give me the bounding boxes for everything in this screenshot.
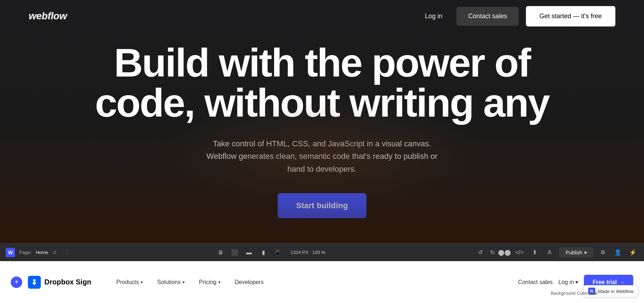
products-chevron: ▾: [141, 280, 143, 285]
nav-link-developers[interactable]: Developers: [228, 279, 271, 285]
toolbar-left: W Page: Home ↺ ⋮: [6, 248, 70, 257]
viewport-mobile-btn[interactable]: ▮: [258, 247, 269, 258]
get-started-button[interactable]: Get started — it's free: [526, 6, 616, 26]
export-button[interactable]: ⬆: [529, 247, 540, 258]
viewport-phone-btn[interactable]: 📱: [272, 247, 283, 258]
bg-color-indicator: Background Color Clot: [551, 290, 597, 296]
dropbox-logo: [28, 276, 41, 289]
zoom-level: 100 %: [312, 250, 326, 255]
nav-link-pricing[interactable]: Pricing ▾: [192, 279, 228, 285]
bottom-nav-links: Products ▾ Solutions ▾ Pricing ▾ Develop…: [109, 279, 518, 285]
toolbar-right: ↺ ↻ ⬤⬤ </> ⬆ A Publish ▾ ⚙ 👤 ⚡: [475, 247, 638, 258]
hero-subtitle: Take control of HTML, CSS, and JavaScrip…: [200, 137, 444, 175]
viewport-tablet-btn[interactable]: ⬛: [229, 247, 240, 258]
toolbar-page-label: Page:: [19, 250, 31, 255]
nav-logo[interactable]: webflow: [29, 10, 67, 22]
toolbar-page-name[interactable]: Home: [36, 250, 48, 255]
typography-button[interactable]: A: [544, 247, 555, 258]
developers-label: Developers: [235, 279, 264, 285]
hero-title: Build with the power of code, without wr…: [95, 43, 549, 123]
made-in-webflow-label: Made in Webflow: [598, 289, 634, 294]
login-button[interactable]: Log in: [418, 8, 449, 24]
publish-label: Publish: [566, 250, 582, 255]
hero-title-line2: code, without writing any: [95, 80, 549, 125]
webflow-w-icon[interactable]: W: [6, 248, 15, 257]
pricing-label: Pricing: [199, 279, 216, 285]
publish-button[interactable]: Publish ▾: [559, 248, 593, 258]
solutions-label: Solutions: [157, 279, 181, 285]
viewport-tablet-portrait-btn[interactable]: ▬: [243, 247, 255, 258]
add-element-button[interactable]: +: [11, 277, 22, 288]
undo-button[interactable]: ↺: [475, 247, 486, 258]
refresh-icon[interactable]: ↺: [53, 250, 57, 255]
lightning-button[interactable]: ⚡: [628, 247, 638, 258]
settings-button[interactable]: ⚙: [597, 247, 608, 258]
hero-title-line1: Build with the power of: [114, 40, 530, 85]
brand-name: Dropbox Sign: [44, 278, 91, 286]
dropbox-logo-icon: [31, 279, 38, 286]
free-trial-label: Free trial: [592, 279, 617, 285]
viewport-desktop-btn[interactable]: 🖥: [215, 247, 226, 258]
nav-right: Log in Contact sales Get started — it's …: [418, 6, 615, 26]
toolbar-center: 🖥 ⬛ ▬ ▮ 📱 1324 PX 100 %: [215, 247, 330, 258]
viewport-width: 1324 PX: [291, 250, 308, 255]
products-label: Products: [116, 279, 139, 285]
toolbar-more-icon[interactable]: ⋮: [64, 249, 70, 256]
undo-redo-group: ↺ ↻ ⬤⬤: [475, 247, 510, 258]
start-building-button[interactable]: Start building: [278, 193, 367, 218]
hero-section: webflow Log in Contact sales Get started…: [0, 0, 644, 243]
more-options-button[interactable]: ⬤⬤: [499, 247, 510, 258]
nav-link-solutions[interactable]: Solutions ▾: [150, 279, 192, 285]
editor-toolbar: W Page: Home ↺ ⋮ 🖥 ⬛ ▬ ▮ 📱 1324 PX 100 %…: [0, 243, 644, 261]
redo-button[interactable]: ↻: [487, 247, 498, 258]
bottom-nav: + Dropbox Sign Products ▾ Solutions ▾ Pr…: [0, 261, 644, 303]
bottom-contact-label[interactable]: Contact sales: [518, 279, 553, 285]
toolbar-size-info: 1324 PX 100 %: [291, 250, 326, 255]
users-button[interactable]: 👤: [613, 247, 623, 258]
code-editor-button[interactable]: </>: [514, 247, 525, 258]
nav-link-products[interactable]: Products ▾: [109, 279, 150, 285]
free-trial-arrow: →: [620, 279, 625, 285]
login-chevron: ▾: [575, 279, 578, 285]
main-nav: webflow Log in Contact sales Get started…: [0, 0, 644, 32]
solutions-chevron: ▾: [182, 280, 185, 285]
publish-chevron: ▾: [584, 250, 587, 255]
hero-content: Build with the power of code, without wr…: [0, 32, 644, 243]
contact-sales-button[interactable]: Contact sales: [457, 7, 518, 26]
bottom-login-label[interactable]: Log in ▾: [558, 279, 579, 285]
bottom-logo-area: Dropbox Sign: [28, 276, 91, 289]
pricing-chevron: ▾: [218, 280, 220, 285]
